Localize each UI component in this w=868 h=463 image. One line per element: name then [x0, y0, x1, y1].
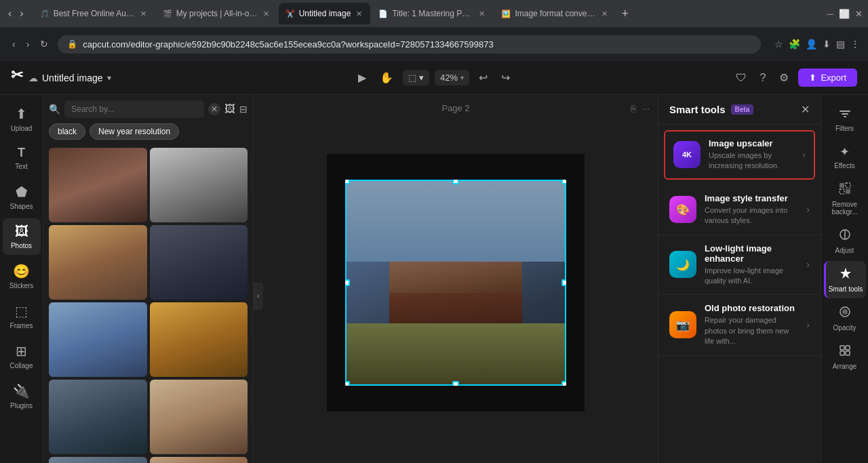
export-button[interactable]: ⬆ Export — [798, 68, 857, 87]
smart-tool-style-transfer[interactable]: 🎨 Image style transfer Convert your imag… — [658, 185, 821, 235]
sidebar-item-upload[interactable]: ⬆ Upload — [3, 100, 41, 138]
canvas-area[interactable]: Page 2 ⎘ ··· — [254, 95, 658, 463]
minimize-btn[interactable]: ─ — [827, 9, 833, 19]
shield-icon[interactable]: 🛡 — [732, 68, 751, 88]
search-bar-area: 🔍 ✕ 🖼 ⊟ — [43, 95, 253, 123]
photo-item-9[interactable] — [49, 457, 147, 463]
project-chevron: ▾ — [107, 73, 111, 83]
canvas-frame[interactable]: ⊞ ⊡ ◱ ··· ↻ — [327, 154, 585, 411]
sidebar-item-frames[interactable]: ⬚ Frames — [3, 298, 41, 335]
sidebar-toggle[interactable]: ▤ — [836, 39, 845, 49]
play-button[interactable]: ▶ — [354, 67, 370, 88]
adjust-label: Adjust — [835, 247, 854, 254]
right-icon-filters[interactable]: Filters — [824, 100, 866, 138]
search-clear[interactable]: ✕ — [208, 103, 220, 115]
panel-collapse-handle[interactable]: ‹ — [254, 283, 263, 310]
tab-close-3[interactable]: ✕ — [355, 8, 363, 20]
tab-close-2[interactable]: ✕ — [262, 8, 271, 20]
handle-mr[interactable] — [561, 279, 566, 286]
maximize-btn[interactable]: ⬜ — [839, 9, 850, 19]
extensions-btn[interactable]: 🧩 — [789, 39, 800, 49]
sidebar-item-photos[interactable]: 🖼 Photos — [3, 218, 41, 255]
handle-ml[interactable] — [345, 279, 350, 286]
undo-button[interactable]: ↩ — [475, 67, 492, 88]
view-toggle[interactable]: ⬚ ▾ — [403, 70, 429, 85]
zoom-control[interactable]: 42% ▾ — [435, 70, 469, 85]
tag-newyear[interactable]: New year resolution — [90, 123, 179, 140]
old-photo-icon: 📷 — [669, 311, 696, 338]
filter-icon[interactable]: 🖼 — [224, 103, 235, 115]
old-photo-arrow: › — [806, 319, 810, 330]
settings-btn[interactable]: ⋮ — [850, 39, 860, 49]
photo-item-2[interactable] — [150, 148, 248, 222]
sidebar-item-stickers[interactable]: 😊 Stickers — [3, 258, 41, 295]
frames-icon: ⬚ — [15, 303, 28, 319]
tab-close-1[interactable]: ✕ — [139, 8, 148, 20]
sidebar-item-shapes[interactable]: ⬟ Shapes — [3, 178, 41, 216]
settings-icon[interactable]: ⚙ — [775, 67, 793, 88]
bookmark-btn[interactable]: ☆ — [774, 39, 783, 49]
browser-tab-4[interactable]: 📄 Title: 1 Mastering Photo Cro... ✕ — [372, 3, 493, 24]
tag-black[interactable]: black — [49, 123, 85, 140]
toolbar-right: 🛡 ? ⚙ ⬆ Export — [522, 67, 857, 88]
photo-item-1[interactable] — [49, 148, 147, 222]
sidebar-item-text[interactable]: T Text — [3, 140, 41, 176]
photo-item-10[interactable] — [150, 457, 248, 463]
canvas-photo[interactable]: ⊞ ⊡ ◱ ··· ↻ — [345, 180, 567, 386]
download-btn[interactable]: ⬇ — [823, 39, 831, 49]
smart-tool-old-photo[interactable]: 📷 Old photo restoration Repair your dama… — [658, 295, 821, 355]
tags-row: black New year resolution — [43, 123, 253, 145]
photo-item-8[interactable] — [150, 380, 248, 454]
upscaler-arrow: › — [802, 149, 806, 160]
photo-item-3[interactable] — [49, 225, 147, 300]
photo-item-6[interactable] — [150, 302, 248, 377]
smart-tool-low-light[interactable]: 🌙 Low-light image enhancer Improve low-l… — [658, 235, 821, 296]
right-icon-smart-tools[interactable]: Smart tools — [824, 261, 866, 298]
sidebar-label-shapes: Shapes — [10, 203, 33, 210]
right-icon-opacity[interactable]: Opacity — [824, 300, 866, 337]
right-icon-effects[interactable]: ✦ Effects — [824, 139, 866, 175]
sidebar-item-plugins[interactable]: 🔌 Plugins — [3, 378, 41, 415]
browser-tab-1[interactable]: 🎵 Best Free Online Audio Edit... ✕ — [33, 3, 155, 24]
browser-back[interactable]: ‹ — [8, 36, 20, 52]
hand-tool[interactable]: ✋ — [376, 67, 397, 88]
effects-label: Effects — [834, 162, 854, 169]
browser-tab-2[interactable]: 🎬 My projects | All-in-one vid... ✕ — [156, 3, 277, 24]
low-light-name: Low-light image enhancer — [705, 243, 798, 264]
search-input[interactable] — [64, 100, 204, 118]
browser-tab-5[interactable]: 🖼️ Image format converter in c... ✕ — [494, 3, 616, 24]
right-icon-remove-bg[interactable]: Remove backgr... — [824, 176, 866, 221]
right-icon-arrange[interactable]: Arrange — [824, 338, 866, 376]
arrange-icon — [838, 344, 852, 360]
smart-tools-close[interactable]: ✕ — [801, 103, 810, 116]
new-tab-button[interactable]: + — [617, 7, 633, 21]
photos-icon: 🖼 — [15, 224, 28, 239]
canvas-more-icon[interactable]: ··· — [642, 103, 650, 114]
photo-item-4[interactable] — [150, 225, 248, 300]
filter-toggle-btn[interactable]: ⊟ — [239, 104, 248, 115]
tab-close-4[interactable]: ✕ — [477, 8, 486, 20]
capcut-logo[interactable]: ✂ — [11, 66, 23, 84]
photo-item-7[interactable] — [49, 380, 147, 454]
photo-item-5[interactable] — [49, 302, 147, 377]
profile-btn[interactable]: 👤 — [806, 39, 817, 49]
url-field[interactable]: 🔒 capcut.com/editor-graphic/e592b9c90b22… — [58, 35, 761, 54]
browser-refresh[interactable]: ↻ — [36, 36, 52, 52]
browser-forward[interactable]: › — [22, 36, 34, 52]
canvas-copy-icon[interactable]: ⎘ — [631, 103, 636, 114]
right-icon-adjust[interactable]: Adjust — [824, 222, 866, 260]
nav-back[interactable]: ‹ — [5, 5, 14, 22]
sidebar-item-collage[interactable]: ⊞ Collage — [3, 338, 41, 375]
smart-tool-image-upscaler[interactable]: 4K Image upscaler Upscale images by incr… — [664, 130, 815, 180]
help-button[interactable]: ? — [756, 68, 770, 88]
close-window-btn[interactable]: ✕ — [855, 9, 863, 19]
redo-button[interactable]: ↪ — [497, 67, 514, 88]
address-bar: ‹ › ↻ 🔒 capcut.com/editor-graphic/e592b9… — [0, 27, 868, 61]
project-name-area[interactable]: ☁ Untitled image ▾ — [28, 73, 111, 83]
tab-close-5[interactable]: ✕ — [600, 8, 609, 20]
upscaler-icon: 4K — [673, 141, 701, 168]
browser-tab-3[interactable]: ✂️ Untitled image ✕ — [279, 3, 371, 24]
sidebar-label-frames: Frames — [10, 322, 33, 329]
nav-forward[interactable]: › — [17, 5, 26, 22]
filters-label: Filters — [835, 125, 854, 132]
